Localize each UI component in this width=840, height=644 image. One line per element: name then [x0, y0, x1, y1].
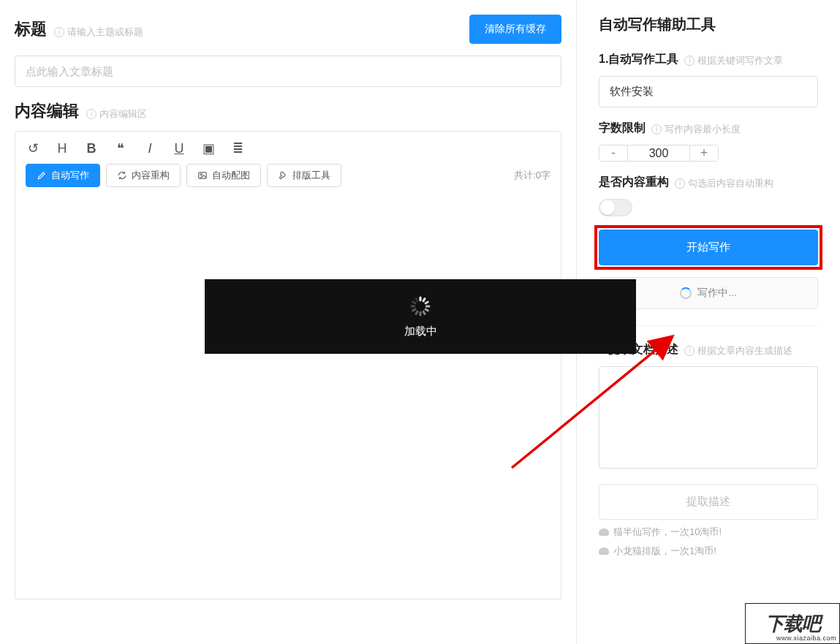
- svg-rect-13: [415, 297, 419, 302]
- image-icon[interactable]: ▣: [201, 140, 216, 156]
- info-icon: i: [54, 27, 64, 37]
- word-count-label: 共计:0字: [514, 169, 550, 182]
- loading-text: 加载中: [404, 325, 437, 338]
- svg-rect-9: [415, 310, 419, 315]
- cloud-icon: [599, 548, 609, 555]
- underline-icon[interactable]: U: [172, 141, 186, 156]
- info-icon: i: [675, 178, 685, 189]
- image-icon: [197, 170, 208, 181]
- content-heading: 内容编辑: [15, 100, 79, 122]
- pencil-icon: [37, 170, 47, 181]
- cloud-icon: [599, 529, 609, 536]
- quote-icon[interactable]: ❝: [113, 140, 128, 156]
- layout-tool-button[interactable]: 排版工具: [267, 164, 341, 187]
- title-heading: 标题: [15, 18, 47, 40]
- restructure-hint: i 勾选后内容自动重构: [675, 177, 773, 190]
- svg-rect-5: [425, 305, 431, 307]
- svg-rect-10: [412, 308, 417, 312]
- svg-rect-2: [420, 296, 422, 301]
- svg-rect-7: [422, 310, 426, 315]
- restructure-label: 是否内容重构: [599, 175, 669, 190]
- editor-toolbar: ↺HB❝IU▣≣ 自动写作 内容重构 自动配图: [15, 131, 561, 190]
- svg-rect-12: [412, 300, 417, 304]
- auto-write-button[interactable]: 自动写作: [26, 164, 100, 187]
- info-line-1: 猫半仙写作，一次10淘币!: [599, 526, 818, 539]
- info-icon: i: [684, 56, 695, 66]
- extract-description-button[interactable]: 提取描述: [599, 484, 818, 520]
- restructure-toggle[interactable]: [599, 199, 632, 216]
- stepper-value-input[interactable]: [628, 145, 689, 162]
- section1-hint: i 根据关键词写作文章: [684, 54, 783, 67]
- bold-icon[interactable]: B: [84, 141, 99, 156]
- watermark: 下载吧 www.xiazaiba.com: [745, 603, 840, 644]
- editor-body[interactable]: [15, 190, 561, 599]
- svg-rect-3: [422, 297, 426, 302]
- sidebar-title: 自动写作辅助工具: [599, 15, 818, 34]
- info-line-2: 小龙猫排版，一次1淘币!: [599, 545, 818, 558]
- auto-image-button[interactable]: 自动配图: [186, 164, 261, 187]
- info-icon: i: [651, 124, 662, 135]
- align-icon[interactable]: ≣: [230, 140, 245, 156]
- word-limit-label: 字数限制: [599, 121, 646, 136]
- description-textarea[interactable]: [599, 366, 818, 469]
- info-icon: i: [684, 346, 695, 356]
- italic-icon[interactable]: I: [143, 141, 157, 156]
- wrench-icon: [278, 170, 288, 181]
- start-writing-button[interactable]: 开始写作: [599, 230, 818, 265]
- svg-rect-0: [199, 173, 207, 178]
- loading-overlay: 加载中: [205, 279, 636, 354]
- loading-spinner-icon: [409, 295, 431, 317]
- title-hint: i 请输入主题或标题: [54, 26, 143, 39]
- stepper-decrement-button[interactable]: -: [599, 145, 628, 162]
- word-limit-stepper: - +: [599, 145, 719, 162]
- info-icon: i: [86, 109, 97, 119]
- svg-rect-4: [424, 300, 429, 304]
- clear-cache-button[interactable]: 清除所有缓存: [469, 15, 561, 44]
- keyword-input[interactable]: [599, 76, 818, 107]
- article-title-input[interactable]: [15, 56, 561, 87]
- heading-icon[interactable]: H: [55, 141, 69, 156]
- section2-hint: i 根据文章内容生成描述: [684, 344, 792, 357]
- restructure-button[interactable]: 内容重构: [106, 164, 181, 187]
- undo-icon[interactable]: ↺: [26, 140, 40, 156]
- svg-point-1: [200, 174, 202, 175]
- svg-rect-8: [420, 311, 422, 316]
- section1-label: 1.自动写作工具: [599, 52, 678, 67]
- word-limit-hint: i 写作内容最小长度: [651, 123, 741, 136]
- content-hint: i 内容编辑区: [86, 107, 147, 121]
- svg-rect-11: [411, 305, 416, 307]
- spinner-icon: [680, 287, 692, 299]
- svg-rect-6: [424, 308, 429, 312]
- refresh-icon: [117, 170, 127, 181]
- stepper-increment-button[interactable]: +: [689, 145, 719, 162]
